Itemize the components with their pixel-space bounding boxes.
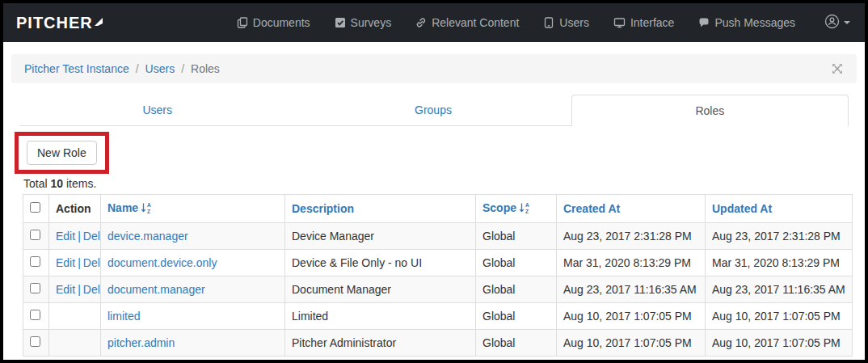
table-row: Edit|Del document.device.only Device & F… (23, 250, 853, 276)
role-scope: Global (476, 330, 557, 357)
breadcrumb-separator: / (136, 62, 139, 75)
speech-bubble-icon (698, 17, 710, 28)
nav-label: Users (559, 16, 589, 29)
role-scope: Global (476, 303, 557, 330)
chevron-down-icon (844, 21, 850, 24)
table-row: pitcher.admin Pitcher Administrator Glob… (23, 330, 853, 357)
role-updated-at: Aug 10, 2017 1:07:05 PM (706, 303, 853, 330)
header-action: Action (49, 195, 101, 223)
role-name-link[interactable]: document.manager (107, 283, 205, 296)
action-cell: Edit|Del (49, 276, 101, 303)
delete-link[interactable]: Del (83, 230, 100, 243)
header-name[interactable]: NameAZ (101, 195, 285, 223)
breadcrumb-link-users[interactable]: Users (145, 62, 175, 75)
row-checkbox[interactable] (30, 310, 40, 320)
new-role-button[interactable]: New Role (27, 141, 97, 165)
role-name-link[interactable]: limited (107, 310, 140, 323)
row-checkbox[interactable] (30, 336, 40, 347)
nav-item-users[interactable]: Users (543, 16, 589, 29)
user-circle-icon (824, 14, 840, 32)
role-description: Document Manager (285, 276, 476, 303)
pitcher-logo-text: PITCHER (16, 14, 93, 32)
nav-label: Documents (253, 16, 310, 29)
delete-link[interactable]: Del (83, 256, 100, 269)
role-updated-at: Aug 23, 2017 11:16:35 AM (706, 276, 853, 303)
annotation-highlight-box: New Role (15, 132, 109, 174)
breadcrumb-separator: / (181, 62, 184, 75)
role-name-link[interactable]: pitcher.admin (107, 336, 175, 349)
breadcrumb-current: Roles (191, 62, 220, 75)
breadcrumb-link-instance[interactable]: Pitcher Test Instance (24, 62, 129, 75)
edit-link[interactable]: Edit (56, 283, 75, 296)
nav-label: Interface (630, 16, 674, 29)
header-updated-at[interactable]: Updated At (706, 195, 853, 223)
table-row: Edit|Del document.manager Document Manag… (23, 276, 853, 303)
table-row: limited Limited Global Aug 10, 2017 1:07… (23, 303, 853, 330)
role-scope: Global (476, 223, 557, 250)
role-created-at: Aug 23, 2017 11:16:35 AM (557, 276, 706, 303)
documents-icon (237, 17, 248, 28)
action-cell: Edit|Del (49, 250, 101, 276)
tab-groups[interactable]: Groups (295, 95, 571, 126)
role-created-at: Mar 31, 2020 8:13:29 PM (557, 250, 706, 276)
role-created-at: Aug 10, 2017 1:07:05 PM (557, 303, 706, 330)
svg-text:A: A (147, 202, 151, 208)
tab-bar: Users Groups Roles (19, 95, 849, 126)
account-menu-button[interactable] (824, 14, 850, 32)
expand-button[interactable] (831, 62, 844, 75)
table-row: Edit|Del device.manager Device Manager G… (23, 223, 853, 250)
roles-table: Action NameAZ Description ScopeAZ Create… (23, 194, 853, 357)
role-scope: Global (476, 250, 557, 276)
nav-item-surveys[interactable]: Surveys (335, 16, 392, 29)
role-description: Device Manager (285, 223, 476, 250)
arrows-expand-icon (831, 62, 844, 75)
tablet-icon (543, 17, 554, 28)
app-window: PITCHER Documents Surveys (0, 0, 868, 363)
pitcher-arrow-icon (95, 11, 103, 30)
monitor-icon (613, 17, 626, 28)
svg-text:Z: Z (525, 209, 529, 214)
nav-label: Surveys (351, 16, 392, 29)
header-description[interactable]: Description (285, 195, 476, 223)
select-all-checkbox[interactable] (30, 202, 40, 213)
edit-link[interactable]: Edit (56, 256, 75, 269)
row-checkbox[interactable] (30, 256, 40, 267)
nav-item-push-messages[interactable]: Push Messages (698, 16, 795, 29)
action-cell (49, 303, 101, 330)
role-description: Limited (285, 303, 476, 330)
tab-roles[interactable]: Roles (571, 95, 849, 126)
nav-item-interface[interactable]: Interface (613, 16, 674, 29)
sort-az-icon[interactable]: AZ (141, 203, 151, 216)
action-cell (49, 330, 101, 357)
role-updated-at: Mar 31, 2020 8:13:29 PM (706, 250, 853, 276)
action-cell: Edit|Del (49, 223, 101, 250)
role-name-link[interactable]: document.device.only (107, 256, 217, 269)
surveys-icon (335, 17, 346, 28)
breadcrumb: Pitcher Test Instance / Users / Roles (11, 54, 857, 83)
svg-text:A: A (525, 202, 529, 208)
total-count: 10 (50, 177, 63, 190)
sort-az-icon[interactable]: AZ (519, 203, 529, 216)
navbar-menu: Documents Surveys Relevant Content (237, 14, 850, 32)
role-updated-at: Aug 10, 2017 1:07:05 PM (706, 330, 853, 357)
header-created-at[interactable]: Created At (557, 195, 706, 223)
delete-link[interactable]: Del (83, 283, 100, 296)
pitcher-logo[interactable]: PITCHER (16, 14, 103, 32)
svg-text:Z: Z (147, 209, 150, 214)
role-name-link[interactable]: device.manager (107, 230, 188, 243)
nav-label: Push Messages (714, 16, 795, 29)
top-navbar: PITCHER Documents Surveys (3, 3, 865, 42)
role-created-at: Aug 10, 2017 1:07:05 PM (557, 330, 706, 357)
table-header-row: Action NameAZ Description ScopeAZ Create… (23, 195, 853, 223)
role-description: Device & File Only - no UI (285, 250, 476, 276)
nav-label: Relevant Content (432, 16, 519, 29)
edit-link[interactable]: Edit (56, 230, 75, 243)
role-created-at: Aug 23, 2017 2:31:28 PM (557, 223, 706, 250)
role-scope: Global (476, 276, 557, 303)
nav-item-relevant-content[interactable]: Relevant Content (415, 16, 519, 29)
nav-item-documents[interactable]: Documents (237, 16, 310, 29)
row-checkbox[interactable] (30, 230, 40, 240)
tab-users[interactable]: Users (19, 95, 295, 126)
header-scope[interactable]: ScopeAZ (476, 195, 557, 223)
row-checkbox[interactable] (30, 283, 40, 293)
